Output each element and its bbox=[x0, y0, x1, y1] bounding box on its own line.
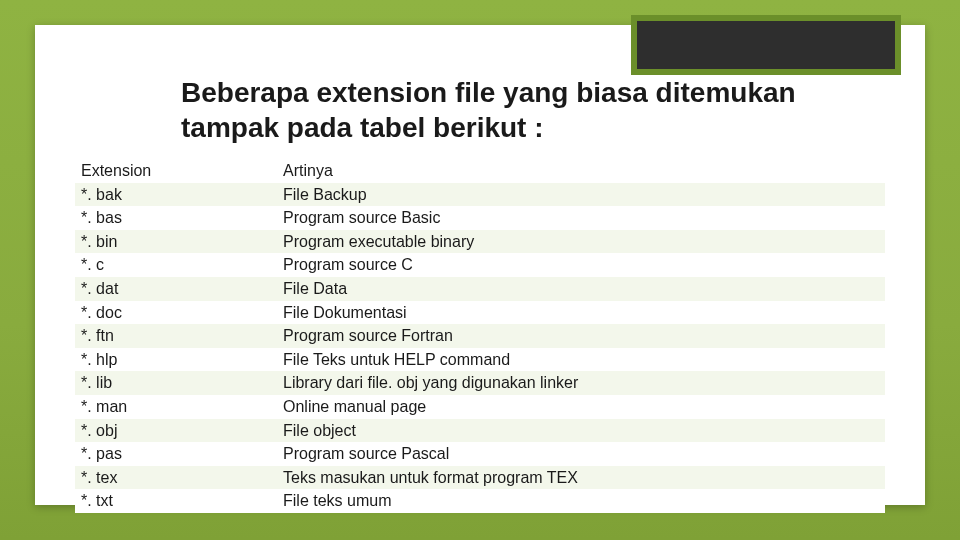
cell-extension: *. obj bbox=[75, 419, 277, 443]
table-row: *. doc File Dokumentasi bbox=[75, 301, 885, 325]
cell-meaning: Online manual page bbox=[277, 395, 885, 419]
cell-extension: *. bas bbox=[75, 206, 277, 230]
header-meaning: Artinya bbox=[277, 159, 885, 183]
table-row: *. lib Library dari file. obj yang digun… bbox=[75, 371, 885, 395]
table-row: *. bak File Backup bbox=[75, 183, 885, 207]
cell-meaning: Program source Fortran bbox=[277, 324, 885, 348]
cell-meaning: Library dari file. obj yang digunakan li… bbox=[277, 371, 885, 395]
table-row: *. hlp File Teks untuk HELP command bbox=[75, 348, 885, 372]
cell-meaning: File Backup bbox=[277, 183, 885, 207]
cell-meaning: Program source C bbox=[277, 253, 885, 277]
extension-table-body: Extension Artinya *. bak File Backup *. … bbox=[75, 159, 885, 513]
cell-meaning: Program executable binary bbox=[277, 230, 885, 254]
cell-meaning: Program source Basic bbox=[277, 206, 885, 230]
cell-extension: *. hlp bbox=[75, 348, 277, 372]
cell-extension: *. pas bbox=[75, 442, 277, 466]
slide-content: Beberapa extension file yang biasa ditem… bbox=[35, 25, 925, 505]
cell-meaning: File Teks untuk HELP command bbox=[277, 348, 885, 372]
cell-extension: *. txt bbox=[75, 489, 277, 513]
extension-table: Extension Artinya *. bak File Backup *. … bbox=[75, 159, 885, 513]
table-row: *. bas Program source Basic bbox=[75, 206, 885, 230]
slide-card: Beberapa extension file yang biasa ditem… bbox=[35, 25, 925, 505]
table-row: *. pas Program source Pascal bbox=[75, 442, 885, 466]
cell-extension: *. man bbox=[75, 395, 277, 419]
table-row: *. txt File teks umum bbox=[75, 489, 885, 513]
cell-extension: *. c bbox=[75, 253, 277, 277]
table-header-row: Extension Artinya bbox=[75, 159, 885, 183]
table-row: *. ftn Program source Fortran bbox=[75, 324, 885, 348]
cell-extension: *. bak bbox=[75, 183, 277, 207]
slide-stage: Beberapa extension file yang biasa ditem… bbox=[0, 0, 960, 540]
cell-extension: *. lib bbox=[75, 371, 277, 395]
cell-extension: *. dat bbox=[75, 277, 277, 301]
cell-extension: *. bin bbox=[75, 230, 277, 254]
table-row: *. dat File Data bbox=[75, 277, 885, 301]
cell-meaning: Program source Pascal bbox=[277, 442, 885, 466]
cell-meaning: File Dokumentasi bbox=[277, 301, 885, 325]
table-row: *. man Online manual page bbox=[75, 395, 885, 419]
cell-meaning: File Data bbox=[277, 277, 885, 301]
cell-meaning: File teks umum bbox=[277, 489, 885, 513]
slide-title: Beberapa extension file yang biasa ditem… bbox=[181, 75, 821, 145]
cell-extension: *. ftn bbox=[75, 324, 277, 348]
header-extension: Extension bbox=[75, 159, 277, 183]
table-row: *. bin Program executable binary bbox=[75, 230, 885, 254]
cell-extension: *. tex bbox=[75, 466, 277, 490]
cell-meaning: File object bbox=[277, 419, 885, 443]
cell-extension: *. doc bbox=[75, 301, 277, 325]
cell-meaning: Teks masukan untuk format program TEX bbox=[277, 466, 885, 490]
table-row: *. c Program source C bbox=[75, 253, 885, 277]
table-row: *. tex Teks masukan untuk format program… bbox=[75, 466, 885, 490]
table-row: *. obj File object bbox=[75, 419, 885, 443]
